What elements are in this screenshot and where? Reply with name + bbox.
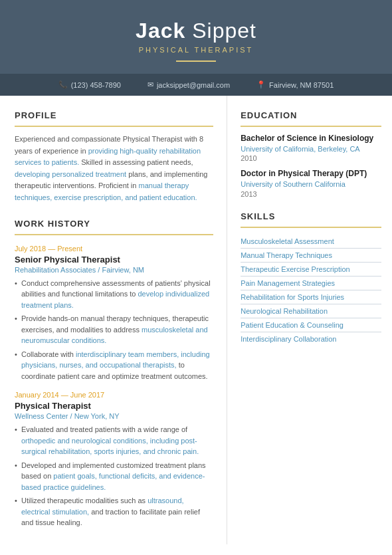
job-2-bullet-1: Evaluated and treated patients with a wi… xyxy=(15,424,213,457)
job-1-bullet-3: Collaborate with interdisciplinary team … xyxy=(15,349,213,382)
education-section: EDUCATION Bachelor of Science in Kinesio… xyxy=(241,110,381,198)
job-title: PHYSICAL THERAPIST xyxy=(13,46,379,54)
email-icon: ✉ xyxy=(147,80,153,89)
job-2-bullets: Evaluated and treated patients with a wi… xyxy=(15,424,213,528)
profile-text: Experienced and compassionate Physical T… xyxy=(15,134,213,204)
job-1-title: Senior Physical Therapist xyxy=(15,255,213,265)
profile-divider xyxy=(15,126,213,127)
work-history-divider xyxy=(15,234,213,235)
degree-1-year: 2010 xyxy=(241,154,381,162)
job-2-title: Physical Therapist xyxy=(15,401,213,411)
email-contact: ✉ jacksippet@gmail.com xyxy=(147,80,230,89)
header-divider xyxy=(176,60,216,62)
job-1-date: July 2018 — Present xyxy=(15,245,213,253)
skill-item: Pain Management Strategies xyxy=(241,277,381,290)
skill-item: Therapeutic Exercise Prescription xyxy=(241,263,381,277)
phone-icon: 📞 xyxy=(58,80,68,89)
skill-item: Neurological Rehabilitation xyxy=(241,304,381,318)
skill-item: Musculoskeletal Assessment xyxy=(241,235,381,249)
main-body: PROFILE Experienced and compassionate Ph… xyxy=(0,96,392,544)
skill-item: Manual Therapy Techniques xyxy=(241,249,381,263)
job-2: January 2014 — June 2017 Physical Therap… xyxy=(15,391,213,528)
skills-divider xyxy=(241,227,381,228)
first-name: Jack xyxy=(136,19,185,43)
skills-title: SKILLS xyxy=(241,211,381,221)
work-history-title: WORK HISTORY xyxy=(15,219,213,229)
skills-section: SKILLS Musculoskeletal AssessmentManual … xyxy=(241,211,381,346)
job-1-bullet-1: Conduct comprehensive assessments of pat… xyxy=(15,278,213,311)
job-2-bullet-2: Developed and implemented customized tre… xyxy=(15,460,213,493)
education-divider xyxy=(241,126,381,127)
phone-contact: 📞 (123) 458-7890 xyxy=(58,80,121,89)
job-1-bullet-2: Provide hands-on manual therapy techniqu… xyxy=(15,313,213,346)
location-text: Fairview, NM 87501 xyxy=(269,81,334,89)
location-contact: 📍 Fairview, NM 87501 xyxy=(256,80,334,89)
phone-number: (123) 458-7890 xyxy=(71,81,121,89)
skill-item: Interdisciplinary Collaboration xyxy=(241,332,381,346)
header-section: Jack Sippet PHYSICAL THERAPIST xyxy=(0,0,392,74)
location-icon: 📍 xyxy=(256,80,266,89)
degree-2-year: 2013 xyxy=(241,190,381,198)
profile-title: PROFILE xyxy=(15,110,213,120)
right-column: EDUCATION Bachelor of Science in Kinesio… xyxy=(227,96,392,544)
skill-item: Rehabilitation for Sports Injuries xyxy=(241,290,381,304)
degree-2-name: Doctor in Physical Therapy (DPT) xyxy=(241,169,381,178)
work-history-section: WORK HISTORY July 2018 — Present Senior … xyxy=(15,219,213,528)
profile-section: PROFILE Experienced and compassionate Ph… xyxy=(15,110,213,204)
job-2-bullet-3: Utilized therapeutic modalities such as … xyxy=(15,495,213,528)
job-2-company: Wellness Center / New York, NY xyxy=(15,412,213,420)
full-name: Jack Sippet xyxy=(13,19,379,43)
degree-1-school: University of California, Berkeley, CA xyxy=(241,144,381,154)
job-2-date: January 2014 — June 2017 xyxy=(15,391,213,399)
degree-1-name: Bachelor of Science in Kinesiology xyxy=(241,134,381,143)
job-1: July 2018 — Present Senior Physical Ther… xyxy=(15,245,213,382)
job-1-bullets: Conduct comprehensive assessments of pat… xyxy=(15,278,213,382)
skills-list: Musculoskeletal AssessmentManual Therapy… xyxy=(241,235,381,346)
email-address: jacksippet@gmail.com xyxy=(157,81,230,89)
contact-bar: 📞 (123) 458-7890 ✉ jacksippet@gmail.com … xyxy=(0,74,392,96)
skill-item: Patient Education & Counseling xyxy=(241,318,381,332)
job-1-company: Rehabilitation Associates / Fairview, NM xyxy=(15,266,213,274)
education-title: EDUCATION xyxy=(241,110,381,120)
left-column: PROFILE Experienced and compassionate Ph… xyxy=(0,96,227,544)
degree-2-school: University of Southern California xyxy=(241,179,381,189)
